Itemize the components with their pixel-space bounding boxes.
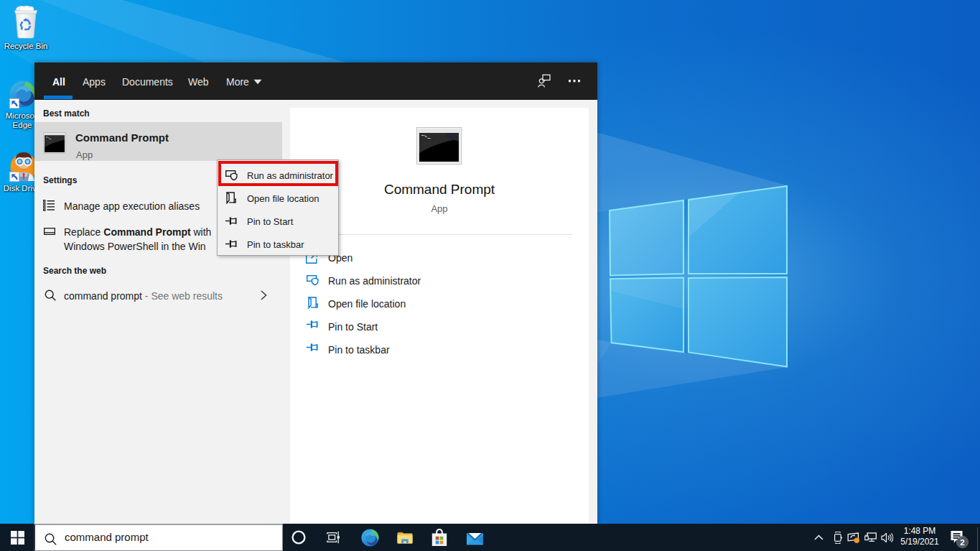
svg-text:2: 2 [960, 538, 964, 547]
